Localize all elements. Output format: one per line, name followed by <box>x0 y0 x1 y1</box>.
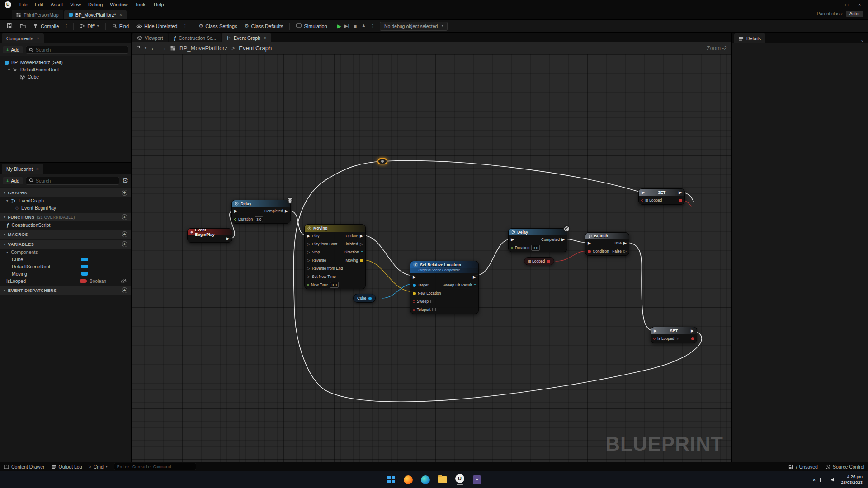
hide-unrelated-options-icon[interactable]: ⋮ <box>181 23 189 28</box>
duration-value-input[interactable]: 3.0 <box>531 245 540 251</box>
compile-options-icon[interactable]: ⋮ <box>63 23 70 28</box>
menu-help[interactable]: Help <box>150 1 168 8</box>
cmd-dropdown[interactable]: > Cmd ▾ <box>89 464 108 469</box>
exec-in-pin[interactable]: ▶ <box>588 241 591 245</box>
frame-skip-button[interactable]: ▶| <box>342 23 351 29</box>
section-macros[interactable]: ▾ MACROS + <box>0 230 131 239</box>
float-pin[interactable] <box>307 284 309 286</box>
node-set-islooped-bottom[interactable]: ▶ SET ▶ Is Looped✓ <box>651 327 697 343</box>
node-get-islooped[interactable]: Is Looped <box>524 257 554 265</box>
node-get-cube[interactable]: Cube <box>353 294 376 303</box>
simulation-button[interactable]: Simulation <box>293 22 330 31</box>
tab-thirdpersonmap[interactable]: ThirdPersonMap <box>12 10 63 19</box>
false-exec-pin[interactable]: ▷ <box>623 249 627 253</box>
display-tray-icon[interactable] <box>820 478 826 482</box>
node-timeline-moving[interactable]: Moving ▶Play Update▶ ▷Play from Start Fi… <box>304 224 366 289</box>
bool-in-pin[interactable] <box>641 199 643 202</box>
menu-edit[interactable]: Edit <box>31 1 47 8</box>
node-event-beginplay[interactable]: ◆ Event BeginPlay ▶ <box>187 228 232 243</box>
tab-details[interactable]: Details <box>734 33 765 43</box>
row-eventgraph[interactable]: ▾ EventGraph <box>0 197 131 204</box>
group-components[interactable]: ▾ Components <box>0 249 131 256</box>
close-icon[interactable]: × <box>37 36 39 41</box>
node-delay-2[interactable]: Delay ▶ Completed▶ Duration 3.0 <box>508 228 567 252</box>
exec-out-pin[interactable]: ▶ <box>360 234 363 238</box>
node-delay-1[interactable]: Delay ▶ Completed▶ Duration 3.0 <box>231 200 291 224</box>
menu-debug[interactable]: Debug <box>85 1 106 8</box>
hide-unrelated-button[interactable]: Hide Unrelated <box>133 22 180 31</box>
browse-button[interactable] <box>17 22 29 30</box>
console-command-input[interactable] <box>117 465 193 469</box>
expand-caret-icon[interactable]: ▾ <box>6 199 8 203</box>
new-location-pin[interactable] <box>413 292 416 295</box>
components-search-input[interactable] <box>36 47 125 52</box>
play-options-icon[interactable]: ⋮ <box>369 23 376 28</box>
row-constructionscript[interactable]: ƒ ConstructionScript <box>0 221 131 229</box>
my-blueprint-search-input[interactable] <box>36 178 116 183</box>
tree-row-self[interactable]: BP_MovePlatHorz (Self) <box>0 59 131 66</box>
exec-in-pin[interactable]: ▶ <box>413 275 416 279</box>
minimize-button[interactable]: ─ <box>832 2 835 7</box>
parent-class-value[interactable]: Actor <box>846 11 863 17</box>
clock[interactable]: 4:26 pm 28/03/2023 <box>841 474 863 485</box>
chevron-down-icon[interactable]: ▾ <box>145 46 146 50</box>
epic-launcher-taskbar-icon[interactable]: E <box>471 473 483 487</box>
forward-arrow-icon[interactable]: → <box>160 45 166 52</box>
bool-out-pin[interactable] <box>679 199 682 202</box>
find-button[interactable]: Find <box>109 22 132 31</box>
menu-tools[interactable]: Tools <box>131 1 150 8</box>
expand-caret-icon[interactable]: ▾ <box>6 250 8 254</box>
new-time-value-input[interactable]: 0.0 <box>330 282 339 288</box>
close-button[interactable]: × <box>858 2 861 7</box>
object-type-pill[interactable] <box>81 258 88 261</box>
bool-out-pin[interactable] <box>691 337 694 340</box>
duration-value-input[interactable]: 3.0 <box>255 216 263 222</box>
menu-asset[interactable]: Asset <box>47 1 67 8</box>
maximize-button[interactable]: □ <box>845 2 848 7</box>
object-out-pin[interactable] <box>368 297 372 300</box>
exec-in-pin[interactable]: ▶ <box>511 238 514 242</box>
unsaved-button[interactable]: 7 Unsaved <box>788 464 818 469</box>
float-pin[interactable] <box>234 218 236 221</box>
breadcrumb-current[interactable]: Event Graph <box>239 45 272 52</box>
exec-out-pin[interactable]: ▶ <box>285 209 288 213</box>
unreal-taskbar-icon[interactable]: U <box>454 473 466 487</box>
diff-button[interactable]: Diff▾ <box>77 22 102 31</box>
tab-my-blueprint[interactable]: My Blueprint × <box>2 164 43 174</box>
node-set-relative-location[interactable]: f Set Relative Location Target is Scene … <box>410 261 479 314</box>
section-functions[interactable]: ▾ FUNCTIONS (21 OVERRIDABLE) + <box>0 213 131 221</box>
exec-in-pin[interactable]: ▷ <box>307 242 310 246</box>
add-variable-icon[interactable]: + <box>122 241 127 247</box>
direction-pin[interactable] <box>361 251 363 253</box>
exec-out-pin[interactable]: ▶ <box>226 237 230 241</box>
output-log-button[interactable]: Output Log <box>51 464 82 469</box>
section-variables[interactable]: ▾ VARIABLES + <box>0 240 131 249</box>
boolean-type-pill[interactable] <box>80 279 87 283</box>
section-event-dispatchers[interactable]: ▾ EVENT DISPATCHERS + <box>0 286 131 295</box>
play-button[interactable]: ▶ <box>337 23 341 29</box>
menu-view[interactable]: View <box>66 1 85 8</box>
expand-caret-icon[interactable]: ▾ <box>8 68 10 72</box>
tray-expand-icon[interactable]: ∧ <box>812 477 816 482</box>
exec-in-pin[interactable]: ▶ <box>234 209 237 213</box>
compile-button[interactable]: Compile <box>30 22 62 31</box>
menu-file[interactable]: File <box>16 1 31 8</box>
save-button[interactable] <box>4 21 16 31</box>
tab-bp-moveplathorz[interactable]: BP_MovePlatHorz* × <box>64 10 127 19</box>
exec-out-pin[interactable]: ▶ <box>561 238 565 242</box>
reroute-node-selected[interactable] <box>377 158 387 164</box>
tab-construction-script[interactable]: ƒ Construction Sc... <box>169 33 221 42</box>
target-pin[interactable] <box>413 284 416 287</box>
add-macro-icon[interactable]: + <box>122 231 127 237</box>
bool-value-checkbox[interactable]: ✓ <box>676 337 679 340</box>
sweep-pin[interactable] <box>413 300 415 303</box>
exec-in-pin[interactable]: ▷ <box>307 275 310 279</box>
settings-gear-icon[interactable]: ⚙ <box>122 176 128 185</box>
tree-row-cube[interactable]: Cube <box>0 73 131 80</box>
eye-closed-icon[interactable] <box>121 279 127 283</box>
start-button[interactable] <box>385 473 397 487</box>
sweep-checkbox[interactable] <box>430 300 434 303</box>
var-row-defaultsceneroot[interactable]: DefaultSceneRoot <box>0 263 131 270</box>
object-type-pill[interactable] <box>81 272 88 276</box>
close-icon[interactable]: × <box>36 167 38 171</box>
